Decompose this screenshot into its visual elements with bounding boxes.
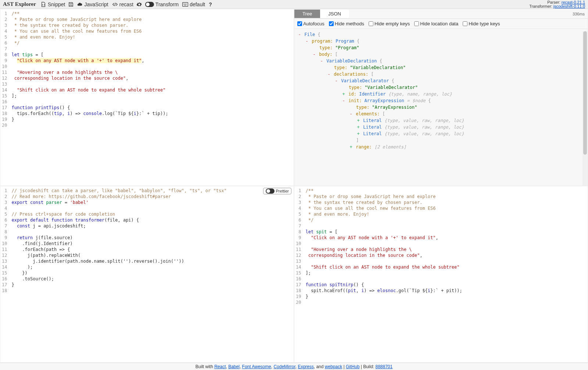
footer-link[interactable]: CodeMirror [273,364,295,369]
gear-icon[interactable] [136,1,142,7]
help-button[interactable]: ? [208,1,213,7]
opt-hide-type[interactable]: Hide type keys [463,21,500,26]
build-link[interactable]: 8888701 [375,364,392,369]
opt-autofocus[interactable]: Autofocus [297,21,325,26]
toggle-icon [145,2,154,7]
transform-editor[interactable]: 1 2 3 4 5 6 7 8 9 10 11 12 13 14 15 16 1… [0,186,294,363]
ast-panel: Tree JSON 336ms Autofocus Hide methods H… [294,9,588,186]
output-code: /** * Paste or drop some JavaScript here… [303,186,588,363]
file-code-icon [40,1,46,7]
tree-options: Autofocus Hide methods Hide empty keys H… [294,19,588,29]
source-editor[interactable]: 1 2 3 4 5 6 7 8 9 10 11 12 13 14 15 16 1… [0,9,294,186]
workspace: 1 2 3 4 5 6 7 8 9 10 11 12 13 14 15 16 1… [0,9,588,363]
transformer-version-link[interactable]: jscodeshift-0.11.0 [553,4,585,8]
footer-link[interactable]: Babel [228,364,240,369]
tree-body[interactable]: - File { - program: Program { type: "Pro… [294,29,588,186]
parser-menu[interactable]: recast [111,1,134,7]
tree-header: Tree JSON 336ms [294,9,588,19]
keymap-menu[interactable]: default [182,1,206,7]
footer: Built with React, Babel, Font Awesome, C… [0,363,588,370]
source-code[interactable]: /** * Paste or drop some JavaScript here… [9,9,294,186]
parse-time: 336ms [573,12,588,16]
keymap-label: default [190,1,205,7]
parser-label: recast [119,1,133,7]
footer-link[interactable]: GitHub [346,364,359,369]
footer-link[interactable]: Font Awesome [242,364,271,369]
language-menu[interactable]: JavaScript [76,1,109,7]
keyboard-icon [182,1,188,7]
toggle-icon [266,188,275,194]
app-title: AST Explorer [1,1,37,7]
language-label: JavaScript [84,1,108,7]
save-icon[interactable] [68,1,74,7]
output-editor[interactable]: 1 2 3 4 5 6 7 8 9 10 11 12 13 14 15 16 1… [294,186,588,363]
footer-link[interactable]: React [214,364,226,369]
opt-hide-empty[interactable]: Hide empty keys [369,21,410,26]
snippet-label: Snippet [48,1,65,7]
footer-link[interactable]: webpack [325,364,342,369]
tab-json[interactable]: JSON [320,10,349,18]
line-gutter: 1 2 3 4 5 6 7 8 9 10 11 12 13 14 15 16 1… [0,186,9,363]
transform-toggle[interactable]: Transform [144,1,179,7]
snippet-menu[interactable]: Snippet [40,1,66,7]
transform-label: Transform [155,1,179,7]
opt-hide-methods[interactable]: Hide methods [329,21,364,26]
line-gutter: 1 2 3 4 5 6 7 8 9 10 11 12 13 14 15 16 1… [0,9,9,186]
prettier-toggle[interactable]: Prettier [263,188,291,194]
toolbar: AST Explorer Snippet JavaScript recast T… [0,0,588,9]
toolbar-meta: Parser: recast-0.21.1 Transformer: jscod… [529,0,587,8]
tab-tree[interactable]: Tree [294,10,320,18]
footer-link[interactable]: Express [298,364,313,369]
transform-code[interactable]: // jscodeshift can take a parser, like "… [9,186,294,363]
line-gutter: 1 2 3 4 5 6 7 8 9 10 11 12 13 14 15 16 1… [294,186,303,363]
code-icon [112,1,118,7]
cloud-icon [77,1,83,7]
opt-hide-loc[interactable]: Hide location data [414,21,458,26]
scrollbar[interactable] [582,31,588,186]
